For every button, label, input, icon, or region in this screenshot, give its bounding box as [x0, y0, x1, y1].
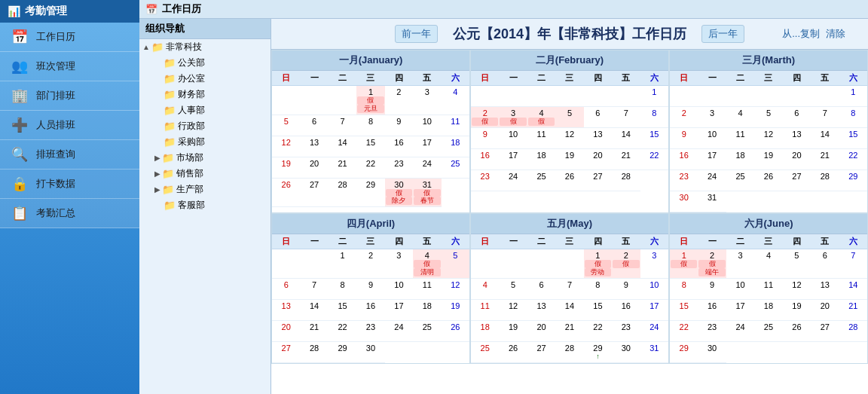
day-cell[interactable]: 21	[329, 157, 356, 179]
day-cell[interactable]: 25	[726, 170, 754, 191]
day-cell[interactable]: 15	[356, 136, 384, 157]
day-cell[interactable]: 27	[527, 342, 555, 363]
day-cell[interactable]: 27	[783, 170, 811, 191]
day-cell[interactable]: 5	[272, 115, 300, 136]
day-cell[interactable]: 2假端午	[698, 249, 726, 279]
day-cell[interactable]: 28	[300, 342, 328, 363]
day-cell[interactable]: 25	[471, 342, 499, 363]
day-cell[interactable]: 23	[670, 170, 698, 191]
day-cell[interactable]: 8	[839, 107, 867, 128]
day-cell[interactable]: 23	[385, 157, 413, 179]
day-cell[interactable]: 6	[272, 279, 300, 300]
org-node-生产部[interactable]: ▶📁生产部	[139, 182, 270, 197]
day-cell[interactable]: 31假春节	[413, 179, 441, 208]
day-cell[interactable]: 12	[272, 136, 300, 157]
day-cell[interactable]: 1	[839, 86, 867, 107]
day-cell[interactable]: 26	[555, 170, 583, 191]
day-cell[interactable]: 19	[499, 321, 527, 342]
day-cell[interactable]: 4	[754, 249, 782, 279]
day-cell[interactable]: 18	[413, 300, 441, 321]
day-cell[interactable]: 24	[499, 170, 527, 191]
day-cell[interactable]: 25	[442, 157, 469, 179]
day-cell[interactable]: 2	[356, 249, 384, 279]
day-cell[interactable]: 6	[300, 115, 328, 136]
day-cell[interactable]: 7	[839, 249, 867, 279]
day-cell[interactable]: 31	[640, 342, 668, 363]
day-cell[interactable]: 13	[783, 128, 811, 149]
day-cell[interactable]: 28	[811, 170, 839, 191]
day-cell[interactable]: 25	[413, 321, 441, 342]
day-cell[interactable]: 28	[555, 342, 583, 363]
day-cell[interactable]: 17	[698, 149, 726, 170]
day-cell[interactable]: 30假除夕	[385, 179, 413, 208]
day-cell[interactable]: 3	[385, 249, 413, 279]
day-cell[interactable]: 19	[442, 300, 469, 321]
day-cell[interactable]: 30	[670, 191, 698, 212]
day-cell[interactable]: 15	[329, 300, 356, 321]
day-cell[interactable]: 19	[783, 300, 811, 321]
prev-year-btn[interactable]: 前一年	[395, 25, 438, 43]
day-cell[interactable]: 24	[640, 321, 668, 342]
day-cell[interactable]: 21	[555, 321, 583, 342]
day-cell[interactable]: 16	[698, 300, 726, 321]
day-cell[interactable]: 12	[783, 279, 811, 300]
day-cell[interactable]: 29	[356, 179, 384, 208]
day-cell[interactable]: 14	[300, 300, 328, 321]
day-cell[interactable]: 2	[385, 86, 413, 115]
sidebar-item-shift-mgmt[interactable]: 👥班次管理	[0, 52, 139, 81]
day-cell[interactable]: 10	[640, 279, 668, 300]
day-cell[interactable]: 14	[839, 279, 867, 300]
day-cell[interactable]: 5	[783, 249, 811, 279]
day-cell[interactable]: 22	[839, 149, 867, 170]
day-cell[interactable]: 12	[754, 128, 782, 149]
day-cell[interactable]: 15	[839, 128, 867, 149]
day-cell[interactable]: 20	[584, 149, 612, 170]
org-root[interactable]: ▲📁非常科技	[139, 39, 270, 55]
day-cell[interactable]: 6	[811, 249, 839, 279]
day-cell[interactable]: 29	[839, 170, 867, 191]
day-cell[interactable]: 9	[471, 128, 499, 149]
day-cell[interactable]: 24	[726, 321, 754, 342]
org-node-客服部[interactable]: 📁客服部	[139, 197, 270, 213]
day-cell[interactable]: 19	[754, 149, 782, 170]
org-node-办公室[interactable]: 📁办公室	[139, 71, 270, 87]
day-cell[interactable]: 28	[612, 170, 640, 191]
day-cell[interactable]: 21	[300, 321, 328, 342]
day-cell[interactable]: 17	[385, 300, 413, 321]
day-cell[interactable]: 20	[300, 157, 328, 179]
org-node-公关部[interactable]: 📁公关部	[139, 55, 270, 71]
day-cell[interactable]: 22	[329, 321, 356, 342]
day-cell[interactable]: 13	[811, 279, 839, 300]
day-cell[interactable]: 17	[413, 136, 441, 157]
day-cell[interactable]: 9	[698, 279, 726, 300]
day-cell[interactable]: 15	[584, 300, 612, 321]
day-cell[interactable]: 8	[670, 279, 698, 300]
day-cell[interactable]: 4	[442, 86, 469, 115]
day-cell[interactable]: 26	[272, 179, 300, 208]
day-cell[interactable]: 26	[442, 321, 469, 342]
day-cell[interactable]: 10	[413, 115, 441, 136]
day-cell[interactable]: 7	[300, 279, 328, 300]
day-cell[interactable]: 9	[670, 128, 698, 149]
day-cell[interactable]: 16	[385, 136, 413, 157]
day-cell[interactable]: 22	[640, 149, 668, 170]
day-cell[interactable]: 9	[385, 115, 413, 136]
day-cell[interactable]: 11	[726, 128, 754, 149]
day-cell[interactable]: 2假	[612, 249, 640, 279]
day-cell[interactable]: 12	[555, 128, 583, 149]
org-node-市场部[interactable]: ▶📁市场部	[139, 150, 270, 166]
day-cell[interactable]: 3	[726, 249, 754, 279]
sidebar-item-clock-data[interactable]: 🔒打卡数据	[0, 170, 139, 199]
sidebar-item-dept-shift[interactable]: 🏢部门排班	[0, 81, 139, 111]
day-cell[interactable]: 27	[272, 342, 300, 363]
day-cell[interactable]: 8	[356, 115, 384, 136]
day-cell[interactable]: 4	[726, 107, 754, 128]
day-cell[interactable]: 27	[300, 179, 328, 208]
day-cell[interactable]: 21	[612, 149, 640, 170]
day-cell[interactable]: 26	[499, 342, 527, 363]
day-cell[interactable]: 29↑	[584, 342, 612, 363]
day-cell[interactable]: 3	[413, 86, 441, 115]
day-cell[interactable]: 11	[442, 115, 469, 136]
day-cell[interactable]: 9	[356, 279, 384, 300]
day-cell[interactable]: 4假	[527, 107, 555, 128]
